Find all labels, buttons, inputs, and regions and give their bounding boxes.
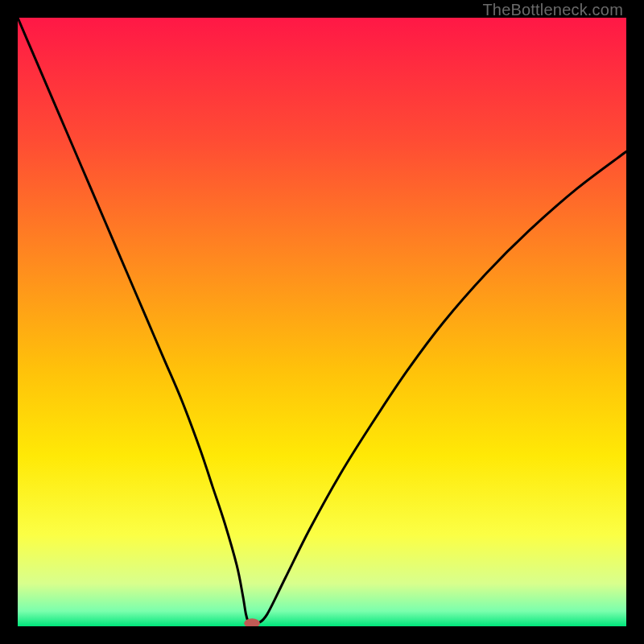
watermark-text: TheBottleneck.com — [482, 1, 623, 19]
plot-area — [18, 18, 626, 626]
gradient-background — [18, 18, 626, 626]
chart-svg — [18, 18, 626, 626]
chart-frame: TheBottleneck.com — [0, 0, 644, 644]
